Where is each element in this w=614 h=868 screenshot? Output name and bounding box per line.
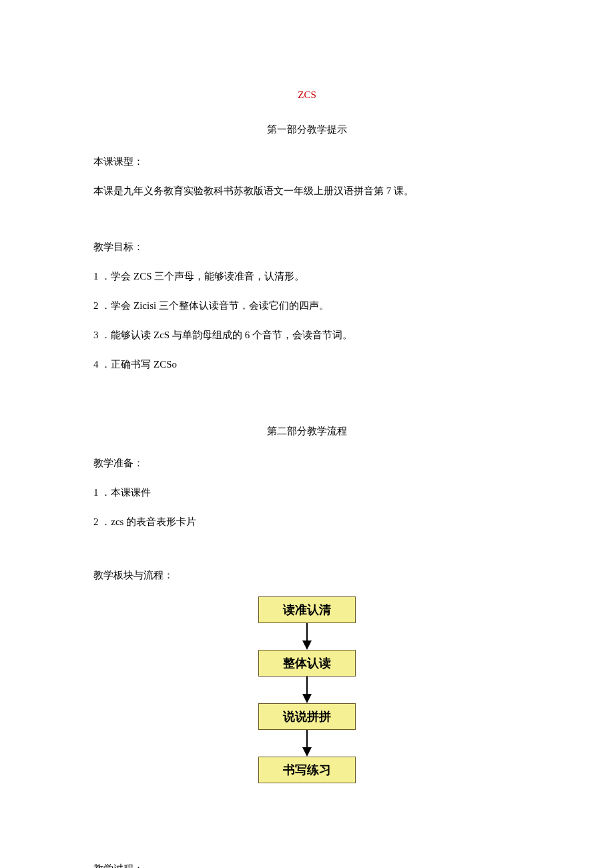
objectives-label: 教学目标：	[93, 239, 521, 255]
flowchart-diagram: 读准认清 整体认读 说说拼拼 书写练习	[93, 596, 521, 783]
course-type-description: 本课是九年义务教育实验教科书苏教版语文一年级上册汉语拼音第 7 课。	[93, 183, 521, 199]
flow-box-4: 书写练习	[258, 757, 356, 783]
flow-box-1: 读准认清	[258, 596, 356, 623]
objective-item: 2 ．学会 Zicisi 三个整体认读音节，会读它们的四声。	[93, 298, 521, 314]
flow-box-3: 说说拼拼	[258, 703, 356, 730]
svg-marker-5	[302, 747, 312, 757]
objective-item: 4 ．正确书写 ZCSo	[93, 356, 521, 372]
prep-item: 2 ．zcs 的表音表形卡片	[93, 514, 521, 530]
process-label: 教学过程：	[93, 861, 521, 868]
course-type-label: 本课课型：	[93, 153, 521, 169]
svg-marker-3	[302, 694, 312, 703]
prep-item: 1 ．本课课件	[93, 484, 521, 500]
svg-marker-1	[302, 640, 312, 650]
section2-header: 第二部分教学流程	[93, 423, 521, 439]
document-title: ZCS	[93, 87, 521, 103]
arrow-down-icon	[300, 623, 314, 650]
section1-header: 第一部分教学提示	[93, 121, 521, 137]
objective-item: 1 ．学会 ZCS 三个声母，能够读准音，认清形。	[93, 268, 521, 284]
arrow-down-icon	[300, 677, 314, 703]
preparation-label: 教学准备：	[93, 455, 521, 471]
arrow-down-icon	[300, 730, 314, 757]
flow-label: 教学板块与流程：	[93, 567, 521, 583]
flow-box-2: 整体认读	[258, 650, 356, 677]
objective-item: 3 ．能够认读 ZcS 与单韵母组成的 6 个音节，会读音节词。	[93, 327, 521, 343]
